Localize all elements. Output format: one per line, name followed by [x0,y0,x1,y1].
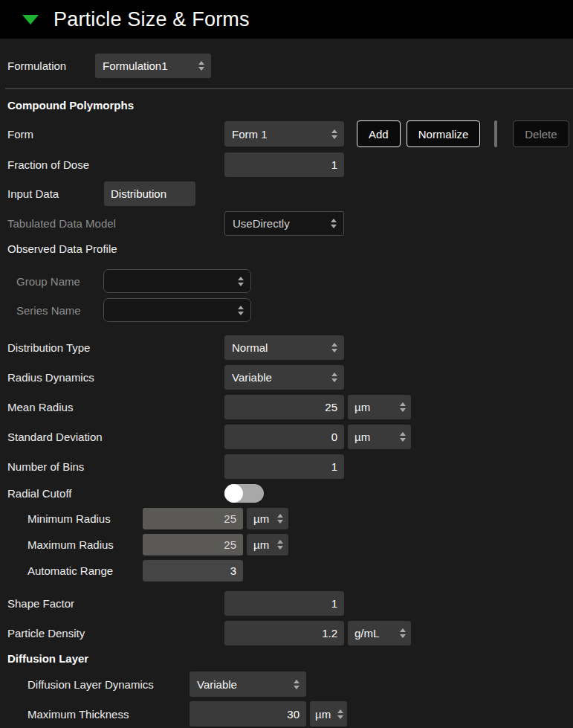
standard-deviation-label: Standard Deviation [7,431,224,443]
maximum-radius-value: 25 [224,538,236,551]
diffusion-layer-dynamics-row: Diffusion Layer Dynamics Variable [27,671,573,697]
button-group-separator [494,120,497,147]
tabulated-data-model-label: Tabulated Data Model [7,217,224,230]
series-name-dropdown [103,298,251,322]
form-dropdown[interactable]: Form 1 [224,121,344,146]
standard-deviation-unit: µm [355,431,370,443]
group-name-label: Group Name [16,275,103,288]
maximum-thickness-value: 30 [287,708,300,721]
stepper-icon [294,680,300,689]
standard-deviation-unit-dropdown[interactable]: µm [348,425,411,449]
automatic-range-value: 3 [230,564,236,577]
fraction-of-dose-row: Fraction of Dose 1 [7,152,573,177]
particle-density-input[interactable]: 1.2 [224,621,344,645]
maximum-radius-input: 25 [143,534,243,555]
automatic-range-input[interactable]: 3 [143,560,243,582]
maximum-thickness-unit: µm [315,708,331,721]
compound-polymorphs-heading: Compound Polymorphs [7,99,573,112]
diffusion-layer-heading: Diffusion Layer [7,652,573,665]
formulation-label: Formulation [7,59,95,72]
stepper-icon [238,306,244,315]
maximum-thickness-unit-dropdown[interactable]: µm [310,701,347,727]
number-of-bins-label: Number of Bins [7,460,224,473]
number-of-bins-input[interactable]: 1 [224,454,344,479]
maximum-radius-row: Maximum Radius 25 µm [27,534,573,555]
maximum-thickness-label: Maximum Thickness [27,708,190,721]
stepper-icon [331,343,337,352]
distribution-type-dropdown[interactable]: Normal [224,335,344,360]
stepper-icon [400,628,406,638]
shape-factor-row: Shape Factor 1 [7,591,573,616]
maximum-radius-unit-dropdown[interactable]: µm [247,534,288,555]
stepper-icon [400,432,406,442]
stepper-icon [277,540,283,550]
minimum-radius-label: Minimum Radius [27,512,143,525]
input-data-dropdown[interactable]: Distribution [104,181,195,206]
maximum-radius-label: Maximum Radius [27,538,143,551]
input-data-label: Input Data [7,187,104,200]
form-value: Form 1 [232,128,268,141]
stepper-icon [400,402,406,412]
standard-deviation-value: 0 [331,431,337,443]
diffusion-layer-dynamics-value: Variable [197,678,237,691]
fraction-of-dose-value: 1 [331,158,337,171]
series-name-label: Series Name [16,304,103,317]
diffusion-layer-dynamics-dropdown[interactable]: Variable [190,671,306,697]
mean-radius-unit-dropdown[interactable]: µm [348,395,411,419]
particle-density-value: 1.2 [322,627,337,640]
form-label: Form [7,128,224,141]
delete-button: Delete [513,120,569,147]
formulation-dropdown[interactable]: Formulation1 [95,54,211,78]
shape-factor-label: Shape Factor [7,597,224,610]
shape-factor-input[interactable]: 1 [224,591,344,616]
section-divider [5,88,573,89]
add-button[interactable]: Add [357,120,401,147]
radius-dynamics-label: Radius Dynamics [7,371,224,384]
observed-data-profile-heading: Observed Data Profile [7,242,573,255]
minimum-radius-unit-dropdown[interactable]: µm [247,508,288,529]
maximum-thickness-input[interactable]: 30 [190,701,306,727]
radius-dynamics-row: Radius Dynamics Variable [7,365,573,390]
minimum-radius-input: 25 [143,508,243,529]
stepper-icon [337,709,343,719]
stepper-icon [277,514,283,524]
input-data-value: Distribution [111,187,166,200]
particle-density-unit: g/mL [355,627,379,640]
fraction-of-dose-input[interactable]: 1 [224,152,344,177]
standard-deviation-row: Standard Deviation 0 µm [7,425,573,449]
panel-header: Particle Size & Forms [0,0,573,39]
number-of-bins-value: 1 [331,460,337,473]
tabulated-data-model-row: Tabulated Data Model UseDirectly [7,211,573,236]
fraction-of-dose-label: Fraction of Dose [7,158,224,171]
distribution-type-row: Distribution Type Normal [7,335,573,360]
particle-density-label: Particle Density [7,627,224,640]
mean-radius-value: 25 [325,401,337,413]
minimum-radius-value: 25 [224,512,236,525]
group-name-dropdown [103,269,251,293]
maximum-radius-unit: µm [253,538,269,551]
mean-radius-input[interactable]: 25 [224,395,344,419]
group-name-row: Group Name [16,269,573,293]
particle-density-unit-dropdown[interactable]: g/mL [348,621,411,645]
minimum-radius-row: Minimum Radius 25 µm [27,508,573,529]
collapse-triangle-icon[interactable] [22,15,39,25]
radius-dynamics-value: Variable [232,371,272,384]
standard-deviation-input[interactable]: 0 [224,425,344,449]
tabulated-data-model-value: UseDirectly [233,217,290,230]
number-of-bins-row: Number of Bins 1 [7,454,573,479]
form-row: Form Form 1 Add Normalize Delete [7,120,573,147]
distribution-type-label: Distribution Type [7,341,224,354]
automatic-range-label: Automatic Range [27,564,143,577]
radial-cutoff-row: Radial Cutoff [7,481,573,505]
tabulated-data-model-dropdown: UseDirectly [224,211,344,236]
series-name-row: Series Name [16,298,573,322]
normalize-button[interactable]: Normalize [407,120,481,147]
stepper-icon [331,129,337,139]
stepper-icon [238,277,244,286]
radial-cutoff-toggle[interactable] [224,484,264,503]
formulation-row: Formulation Formulation1 [7,54,573,78]
page-title: Particle Size & Forms [54,8,250,31]
radius-dynamics-dropdown[interactable]: Variable [224,365,344,390]
shape-factor-value: 1 [331,597,337,610]
automatic-range-row: Automatic Range 3 [27,560,573,582]
